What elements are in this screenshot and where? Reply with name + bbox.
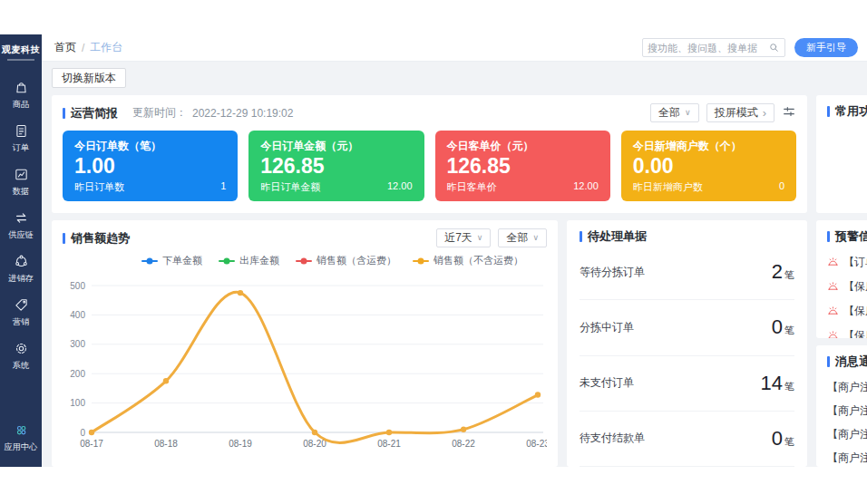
message-item[interactable]: 【商户注册】 (827, 399, 867, 422)
pending-row-unpaid-orders[interactable]: 未支付订单 14笔 (580, 356, 794, 412)
pending-label: 等待分拣订单 (580, 265, 645, 280)
cast-mode-label: 投屏模式 (715, 105, 758, 121)
stat-title: 今日订单数（笔） (74, 139, 226, 154)
legend-label: 下单金额 (162, 254, 202, 267)
briefing-controls: 全部∨ 投屏模式› (650, 103, 796, 122)
svg-text:08-21: 08-21 (377, 439, 401, 449)
messages-panel: 消息通知 【商户注册】 【商户注册】 【商户注册】 【商户注册】 (816, 345, 867, 467)
pending-unit: 笔 (784, 436, 794, 447)
stat-card-orders-today: 今日订单数（笔） 1.00 昨日订单数1 (63, 131, 238, 201)
stat-value: 126.85 (260, 155, 412, 178)
pending-rows: 等待分拣订单 2笔 分拣中订单 0笔 未支付订单 14笔 (580, 245, 794, 467)
alarm-icon (827, 330, 839, 338)
briefing-header: 运营简报 更新时间： 2022-12-29 10:19:02 全部∨ 投屏模式› (63, 103, 796, 122)
pending-value: 0 (772, 427, 783, 450)
sidebar-item-app-center[interactable]: 应用中心 (0, 416, 42, 460)
cast-mode-button[interactable]: 投屏模式› (706, 103, 774, 122)
alert-text: 【保质期】 (843, 304, 867, 319)
pending-unit: 笔 (784, 381, 794, 392)
legend-item[interactable]: 下单金额 (141, 254, 202, 267)
sidebar-item-label: 进销存 (8, 273, 34, 285)
message-item[interactable]: 【商户注册】 (827, 422, 867, 446)
briefing-title: 运营简报 (71, 105, 118, 121)
alert-item[interactable]: 【保质期】 (827, 324, 867, 338)
svg-text:0: 0 (80, 428, 85, 438)
messages-title: 消息通知 (835, 354, 867, 370)
briefing-settings-button[interactable] (782, 104, 796, 122)
alert-text: 【订单】 (843, 255, 867, 270)
message-item[interactable]: 【商户注册】 (827, 446, 867, 467)
sidebar-item-orders[interactable]: 订单 (0, 117, 42, 160)
briefing-panel: 运营简报 更新时间： 2022-12-29 10:19:02 全部∨ 投屏模式› (52, 95, 807, 213)
trend-scope-select[interactable]: 全部∨ (498, 228, 547, 247)
sidebar-item-marketing[interactable]: 营销 (0, 291, 42, 334)
brand-logo: 观麦科技 (0, 34, 42, 66)
breadcrumb-home[interactable]: 首页 (54, 40, 76, 55)
message-item[interactable]: 【商户注册】 (827, 375, 867, 399)
sidebar-item-label: 应用中心 (5, 441, 38, 453)
search-input[interactable] (648, 43, 768, 53)
sidebar-nav: 商品 订单 数据 供应链 进销存 (0, 73, 42, 467)
sidebar-item-inventory[interactable]: 进销存 (0, 247, 42, 291)
row-briefing: 运营简报 更新时间： 2022-12-29 10:19:02 全部∨ 投屏模式› (52, 95, 867, 213)
pending-docs-title: 待处理单据 (588, 228, 647, 245)
legend-item[interactable]: 出库金额 (219, 254, 279, 267)
pending-value: 0 (772, 315, 783, 338)
legend-item[interactable]: 销售额（含运费） (296, 254, 396, 267)
svg-text:08-23: 08-23 (526, 439, 547, 449)
topbar-right: 新手引导 (642, 38, 858, 57)
content-area: 切换新版本 运营简报 更新时间： 2022-12-29 10:19:02 全部∨… (42, 62, 867, 467)
sales-trend-controls: 近7天∨ 全部∨ (436, 228, 547, 247)
svg-text:200: 200 (70, 369, 85, 379)
pending-value: 2 (772, 260, 783, 283)
sidebar-item-supply-chain[interactable]: 供应链 (0, 204, 42, 247)
pending-row-unpaid-settlement[interactable]: 待支付结款单 0笔 (580, 412, 794, 467)
newbie-guide-button[interactable]: 新手引导 (794, 38, 858, 57)
stat-sub-label: 昨日客单价 (447, 180, 497, 194)
right-column: 预警信息 【订单】 【保质期】 (816, 220, 867, 467)
briefing-scope-select[interactable]: 全部∨ (650, 103, 699, 122)
breadcrumb-separator: / (82, 42, 84, 54)
pending-row-sorting[interactable]: 分拣中订单 0笔 (580, 300, 794, 355)
legend-dot-icon (147, 257, 153, 264)
brand-tagline-line (7, 59, 34, 61)
switch-version-button[interactable]: 切换新版本 (52, 68, 126, 88)
breadcrumb-current: 工作台 (90, 40, 122, 55)
alert-item[interactable]: 【保质期】 (827, 299, 867, 324)
gear-icon (14, 341, 29, 356)
alert-item[interactable]: 【订单】 (827, 250, 867, 275)
pending-value: 14 (761, 372, 783, 394)
title-accent-bar (827, 231, 830, 242)
svg-text:400: 400 (70, 310, 85, 320)
sidebar-item-system[interactable]: 系统 (0, 334, 42, 378)
alert-item[interactable]: 【保质期】 (827, 275, 867, 299)
stat-sub-value: 12.00 (387, 180, 413, 194)
sales-trend-header: 销售额趋势 近7天∨ 全部∨ (63, 228, 547, 247)
legend-item[interactable]: 销售额（不含运费） (413, 254, 523, 267)
stat-sub-label: 昨日订单数 (74, 180, 124, 194)
stat-card-avg-order-value: 今日客单价（元） 126.85 昨日客单价12.00 (435, 131, 610, 201)
stat-card-new-merchants: 今日新增商户数（个） 0.00 昨日新增商户数0 (621, 131, 796, 201)
inventory-icon (14, 254, 29, 269)
stat-cards: 今日订单数（笔） 1.00 昨日订单数1 今日订单金额（元） 126.85 昨日… (63, 131, 796, 201)
stat-value: 126.85 (447, 155, 599, 178)
stat-sub-value: 12.00 (573, 180, 599, 194)
alert-text: 【保质期】 (843, 279, 867, 295)
sales-trend-chart: 010020030040050008-1708-1808-1908-2008-2… (63, 271, 547, 458)
sales-trend-panel: 销售额趋势 近7天∨ 全部∨ 下单金额出库金额销售额（含运费）销售额（不含运费）… (52, 220, 558, 467)
app-window: 观麦科技 商品 订单 数据 供应链 (0, 34, 867, 467)
pending-row-awaiting-sorting[interactable]: 等待分拣订单 2笔 (580, 245, 794, 300)
search-icon[interactable] (768, 42, 780, 53)
sidebar-item-data[interactable]: 数据 (0, 160, 42, 204)
legend-label: 出库金额 (239, 254, 279, 267)
sidebar: 观麦科技 商品 订单 数据 供应链 (0, 34, 42, 467)
alarm-icon (827, 257, 839, 268)
title-accent-bar (827, 106, 830, 117)
date-range-select[interactable]: 近7天∨ (436, 228, 491, 247)
date-range-label: 近7天 (444, 230, 472, 246)
alerts-header: 预警信息 (827, 228, 867, 245)
sidebar-item-goods[interactable]: 商品 (0, 73, 42, 117)
svg-text:08-18: 08-18 (154, 439, 178, 449)
top-bar: 首页 / 工作台 新手引导 (42, 34, 867, 62)
alarm-icon (827, 281, 839, 293)
